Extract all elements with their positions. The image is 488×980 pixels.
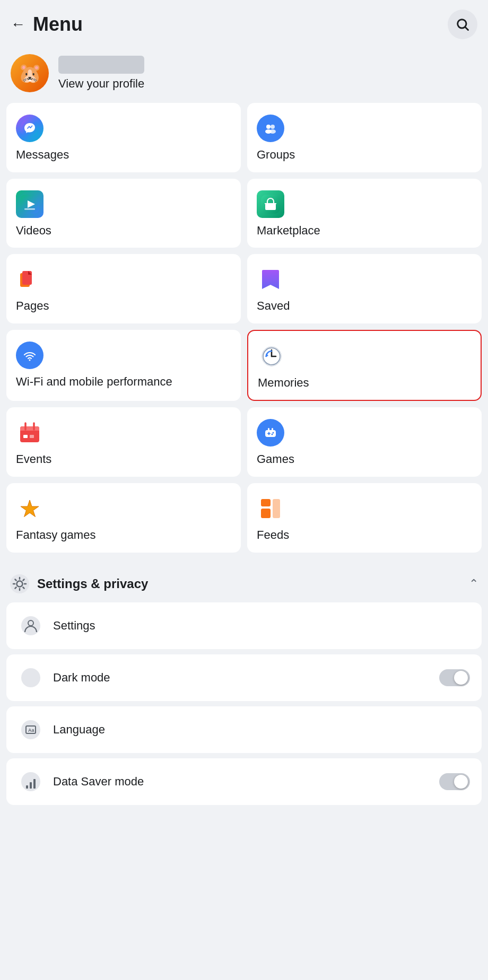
grid-item-groups[interactable]: Groups [247, 103, 482, 172]
svg-point-5 [271, 125, 275, 129]
svg-point-17 [29, 359, 31, 361]
settings-item-data-saver[interactable]: Data Saver mode [6, 758, 482, 805]
svg-rect-39 [261, 499, 271, 506]
svg-rect-38 [272, 428, 273, 431]
pages-icon [16, 266, 43, 293]
dark-mode-icon [18, 665, 43, 690]
svg-point-46 [21, 668, 40, 687]
svg-rect-10 [24, 208, 35, 210]
events-icon [16, 419, 43, 447]
avatar-emoji: 🐹 [18, 62, 42, 84]
grid-item-videos[interactable]: Videos [6, 179, 241, 248]
groups-icon [257, 115, 284, 142]
grid-item-messages[interactable]: Messages [6, 103, 241, 172]
wifi-label: Wi-Fi and mobile performance [16, 374, 172, 390]
data-saver-toggle[interactable] [439, 773, 470, 790]
grid-item-saved[interactable]: Saved [247, 254, 482, 323]
svg-text:Aa: Aa [28, 728, 34, 733]
profile-section[interactable]: 🐹 View your profile [0, 47, 488, 103]
svg-line-1 [465, 27, 468, 30]
feeds-label: Feeds [257, 528, 289, 543]
svg-rect-52 [30, 782, 32, 789]
settings-header-left: Settings & privacy [10, 574, 148, 594]
svg-rect-26 [20, 431, 39, 433]
videos-label: Videos [16, 223, 51, 239]
settings-item-left: Settings [18, 613, 95, 638]
grid-item-feeds[interactable]: Feeds [247, 483, 482, 553]
language-label: Language [53, 723, 105, 737]
svg-point-3 [261, 119, 280, 138]
dark-mode-label: Dark mode [53, 671, 110, 685]
profile-name [58, 56, 144, 74]
feeds-icon [257, 495, 284, 522]
games-label: Games [257, 452, 294, 467]
fantasy-label: Fantasy games [16, 528, 95, 543]
settings-title: Settings & privacy [37, 576, 148, 591]
svg-rect-41 [273, 499, 280, 518]
dark-mode-toggle[interactable] [439, 669, 470, 686]
header: ← Menu [0, 0, 488, 47]
gear-icon [10, 574, 30, 594]
grid-item-wifi[interactable]: Wi-Fi and mobile performance [6, 330, 241, 401]
svg-rect-14 [22, 271, 32, 285]
settings-label: Settings [53, 619, 95, 633]
games-icon [257, 419, 284, 447]
grid-item-marketplace[interactable]: Marketplace [247, 179, 482, 248]
grid-item-events[interactable]: Events [6, 407, 241, 477]
videos-icon [16, 190, 43, 218]
avatar: 🐹 [11, 54, 49, 92]
messages-label: Messages [16, 147, 69, 163]
svg-rect-51 [26, 785, 28, 789]
back-button[interactable]: ← [11, 16, 25, 33]
language-icon: Aa [18, 717, 43, 742]
menu-grid: Messages Groups [0, 103, 488, 553]
svg-point-4 [266, 125, 271, 129]
profile-info: View your profile [58, 56, 144, 91]
groups-label: Groups [257, 147, 295, 163]
toggle-knob [454, 671, 468, 685]
svg-rect-29 [23, 435, 28, 438]
wifi-icon [16, 342, 43, 369]
search-icon [455, 17, 470, 32]
saved-icon [257, 266, 284, 293]
grid-item-pages[interactable]: Pages [6, 254, 241, 323]
svg-point-7 [269, 129, 276, 134]
settings-item-language[interactable]: Aa Language [6, 706, 482, 753]
pages-label: Pages [16, 299, 49, 314]
marketplace-icon [257, 190, 284, 218]
events-label: Events [16, 452, 51, 467]
settings-item-dark-left: Dark mode [18, 665, 110, 690]
settings-item-settings[interactable]: Settings [6, 602, 482, 649]
view-profile-label: View your profile [58, 77, 144, 91]
search-button[interactable] [448, 10, 477, 39]
memories-label: Memories [258, 375, 309, 391]
grid-item-memories[interactable]: Memories [247, 330, 482, 401]
svg-rect-12 [265, 204, 276, 210]
toggle-knob-2 [454, 775, 468, 789]
memories-icon [258, 343, 285, 370]
fantasy-icon [16, 495, 43, 522]
settings-item-data-left: Data Saver mode [18, 769, 144, 794]
settings-header[interactable]: Settings & privacy ⌃ [6, 563, 482, 602]
saved-label: Saved [257, 299, 290, 314]
marketplace-label: Marketplace [257, 223, 320, 239]
svg-rect-53 [33, 779, 36, 789]
settings-item-language-left: Aa Language [18, 717, 105, 742]
header-left: ← Menu [11, 13, 83, 36]
settings-section: Settings & privacy ⌃ Settings [0, 563, 488, 805]
messenger-icon [16, 115, 43, 142]
data-saver-label: Data Saver mode [53, 775, 144, 789]
settings-person-icon [18, 613, 43, 638]
grid-item-fantasy[interactable]: Fantasy games [6, 483, 241, 553]
grid-item-games[interactable]: Games [247, 407, 482, 477]
settings-list: Settings Dark mode [6, 602, 482, 805]
svg-point-35 [273, 432, 274, 434]
chevron-up-icon: ⌃ [469, 577, 478, 591]
svg-rect-37 [268, 428, 269, 431]
svg-point-36 [272, 434, 273, 435]
data-saver-icon [18, 769, 43, 794]
svg-rect-40 [261, 509, 271, 518]
page-title: Menu [33, 13, 83, 36]
settings-item-dark-mode[interactable]: Dark mode [6, 654, 482, 701]
svg-rect-30 [30, 435, 34, 438]
